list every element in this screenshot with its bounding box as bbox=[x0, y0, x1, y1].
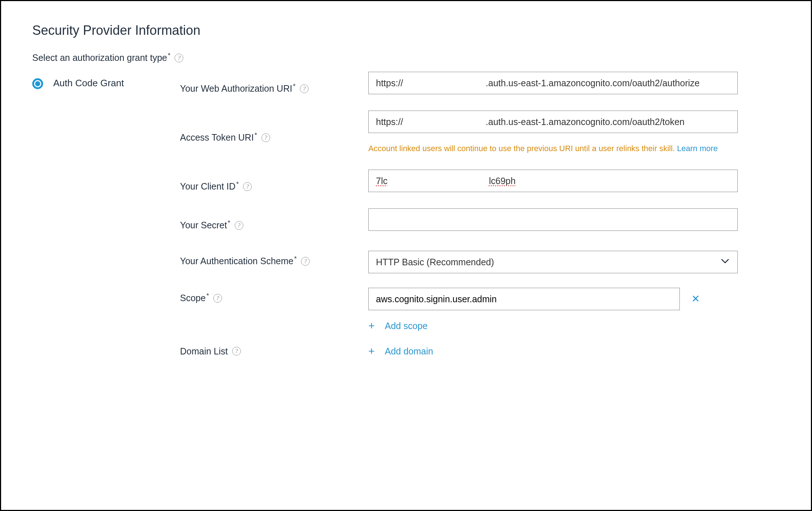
domain-list-row: Domain List ? + Add domain bbox=[180, 346, 780, 357]
help-icon[interactable]: ? bbox=[235, 221, 243, 230]
auth-code-grant-radio[interactable] bbox=[32, 78, 43, 89]
auth-scheme-label: Your Authentication Scheme bbox=[180, 256, 293, 266]
add-scope-button[interactable]: + Add scope bbox=[368, 320, 428, 331]
required-asterisk: * bbox=[228, 219, 230, 227]
required-asterisk: * bbox=[236, 180, 239, 188]
help-icon[interactable]: ? bbox=[175, 54, 183, 62]
required-asterisk: * bbox=[294, 255, 297, 263]
add-domain-label: Add domain bbox=[385, 346, 433, 357]
grant-type-heading: Select an authorization grant type* ? bbox=[32, 53, 780, 63]
client-id-input[interactable]: 7lc lc69ph bbox=[368, 170, 738, 192]
web-auth-uri-row: Your Web Authorization URI* ? https:// .… bbox=[180, 72, 780, 94]
access-token-uri-row: Access Token URI* ? https:// .auth.us-ea… bbox=[180, 111, 780, 153]
radio-selected-indicator bbox=[35, 81, 40, 86]
client-id-row: Your Client ID* ? 7lc lc69ph bbox=[180, 170, 780, 192]
auth-code-grant-label: Auth Code Grant bbox=[53, 78, 180, 89]
help-icon[interactable]: ? bbox=[261, 133, 270, 142]
scope-row: Scope* ? ✕ + Add scope bbox=[180, 288, 780, 331]
access-token-uri-input[interactable]: https:// .auth.us-east-1.amazoncognito.c… bbox=[368, 111, 738, 133]
scope-item: ✕ bbox=[368, 288, 780, 310]
scope-list: ✕ + Add scope bbox=[368, 288, 780, 331]
plus-icon: + bbox=[368, 346, 375, 357]
secret-input[interactable] bbox=[368, 208, 738, 231]
grant-row: Auth Code Grant Your Web Authorization U… bbox=[32, 78, 780, 357]
plus-icon: + bbox=[368, 320, 375, 331]
learn-more-link[interactable]: Learn more bbox=[677, 144, 718, 153]
access-token-note: Account linked users will continue to us… bbox=[368, 144, 780, 153]
access-token-uri-suffix: .auth.us-east-1.amazoncognito.com/oauth2… bbox=[486, 117, 685, 127]
domain-list-label: Domain List bbox=[180, 346, 228, 357]
web-auth-uri-prefix: https:// bbox=[376, 78, 403, 88]
secret-label: Your Secret bbox=[180, 220, 227, 230]
help-icon[interactable]: ? bbox=[213, 294, 222, 303]
web-auth-uri-suffix: .auth.us-east-1.amazoncognito.com/oauth2… bbox=[486, 78, 700, 88]
web-auth-uri-label: Your Web Authorization URI bbox=[180, 83, 292, 94]
help-icon[interactable]: ? bbox=[300, 84, 309, 93]
help-icon[interactable]: ? bbox=[232, 347, 241, 356]
required-asterisk: * bbox=[255, 132, 257, 139]
grant-type-label: Select an authorization grant type bbox=[32, 53, 167, 63]
access-token-uri-label: Access Token URI bbox=[180, 132, 254, 143]
access-token-note-text: Account linked users will continue to us… bbox=[368, 144, 675, 153]
scope-input[interactable] bbox=[368, 288, 680, 310]
secret-row: Your Secret* ? bbox=[180, 208, 780, 231]
page-container: Security Provider Information Select an … bbox=[0, 0, 812, 511]
client-id-part2: lc69ph bbox=[489, 176, 516, 186]
required-asterisk: * bbox=[293, 83, 296, 90]
help-icon[interactable]: ? bbox=[243, 182, 252, 191]
access-token-uri-prefix: https:// bbox=[376, 117, 403, 127]
fields-area: Your Web Authorization URI* ? https:// .… bbox=[180, 78, 780, 357]
auth-scheme-select[interactable] bbox=[368, 251, 738, 273]
section-title: Security Provider Information bbox=[32, 23, 780, 38]
auth-scheme-row: Your Authentication Scheme* ? bbox=[180, 251, 780, 273]
client-id-part1: 7lc bbox=[376, 176, 388, 186]
scope-label: Scope bbox=[180, 293, 206, 303]
web-auth-uri-input[interactable]: https:// .auth.us-east-1.amazoncognito.c… bbox=[368, 72, 738, 94]
add-scope-label: Add scope bbox=[385, 321, 428, 331]
required-asterisk: * bbox=[206, 292, 209, 300]
add-domain-button[interactable]: + Add domain bbox=[368, 346, 433, 357]
remove-scope-icon[interactable]: ✕ bbox=[691, 294, 700, 304]
client-id-label: Your Client ID bbox=[180, 181, 235, 192]
help-icon[interactable]: ? bbox=[301, 257, 310, 266]
required-asterisk: * bbox=[168, 52, 170, 59]
